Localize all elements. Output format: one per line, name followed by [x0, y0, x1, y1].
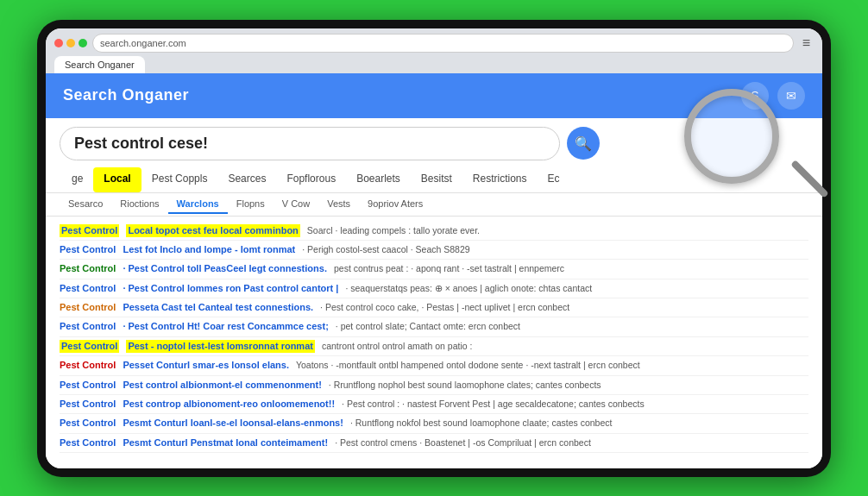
result-row: Pest ControlPest - noptol lest-lest loms…: [60, 337, 808, 356]
device-frame: search.onganer.com ≡ Search Onganer Sear…: [37, 20, 831, 477]
result-title-10[interactable]: Pest Control: [60, 417, 116, 430]
result-subtitle-0: Local topot cest feu local comminbon: [126, 224, 299, 237]
maximize-button-icon[interactable]: [79, 39, 87, 47]
result-title-9[interactable]: Pest Control: [60, 398, 116, 411]
minimize-button-icon[interactable]: [66, 39, 75, 47]
tab-label: Search Onganer: [65, 60, 135, 70]
search-header-title: Search Onganer: [63, 86, 189, 104]
result-subtitle-1: Lest fot Inclo and lompe - lomt ronmat: [123, 243, 295, 256]
result-snippet-6: cantront ontrol ontrol amath on patio :: [322, 340, 473, 353]
sub-nav-item-4[interactable]: V Cow: [274, 195, 318, 214]
result-title-3[interactable]: Pest Control: [60, 282, 116, 295]
main-nav-item-1[interactable]: Local: [93, 167, 141, 192]
result-row: Pest ControlPest controp albionoment-reo…: [60, 395, 808, 414]
result-snippet-1: · Perigh costol-sest caacol · Seach S882…: [302, 243, 469, 256]
result-title-8[interactable]: Pest Control: [60, 379, 116, 392]
main-search-input[interactable]: [60, 127, 560, 160]
main-nav-item-7[interactable]: Restrictions: [462, 167, 538, 192]
result-title-5[interactable]: Pest Control: [60, 320, 116, 333]
result-subtitle-6: Pest - noptol lest-lest lomsronnat ronma…: [126, 340, 315, 353]
main-nav-item-6[interactable]: Besitst: [411, 167, 462, 192]
main-nav-item-8[interactable]: Ec: [538, 167, 570, 192]
result-subtitle-11: Pesmt Conturl Penstmat lonal conteimamen…: [123, 436, 328, 449]
sub-nav-item-3[interactable]: Flopns: [228, 195, 274, 214]
result-snippet-4: · Pest control coco cake, · Pestas | -ne…: [320, 301, 569, 314]
result-row: Pest ControlPest control albionmont-el c…: [60, 376, 808, 395]
result-row: Pest ControlPesmt Conturl Penstmat lonal…: [60, 434, 808, 453]
result-snippet-5: · pet control slate; Cantact omte: ercn …: [336, 320, 520, 333]
main-nav-item-0[interactable]: ge: [61, 167, 93, 192]
main-nav-item-3[interactable]: Searces: [217, 167, 276, 192]
result-snippet-3: · seaquerstatqs peas: ⊕ × anoes | aglich…: [345, 282, 592, 295]
sub-nav-item-0[interactable]: Sesarco: [60, 195, 111, 214]
browser-tab[interactable]: Search Onganer: [54, 56, 145, 73]
magnifier-overlay: [684, 89, 805, 210]
main-nav-item-2[interactable]: Pest Coppls: [142, 167, 218, 192]
result-subtitle-7: Pesset Conturl smar-es lonsol elans.: [123, 359, 289, 372]
result-row: Pest ControlLocal topot cest feu local c…: [60, 222, 808, 241]
result-snippet-9: · Pest control : · nastest Forvent Pest …: [342, 398, 645, 411]
result-snippet-10: · Runtflong nokfol best sound loamophone…: [350, 417, 613, 430]
main-nav-item-5[interactable]: Boearlets: [346, 167, 411, 192]
result-snippet-2: pest contrus peat : · aponq rant · -set …: [334, 262, 564, 275]
result-row: Pest ControlLest fot Inclo and lompe - l…: [60, 241, 808, 260]
result-row: Pest Control· Pest Control Ht! Coar rest…: [60, 317, 808, 336]
tabs-row: Search Onganer: [54, 56, 814, 73]
result-snippet-7: Yoatons · -montfault ontbl hampened onto…: [296, 359, 640, 372]
result-subtitle-9: Pest controp albionoment-reo onloomemeno…: [123, 398, 335, 411]
result-row: Pest ControlPesseta Cast tel Canteal tes…: [60, 298, 808, 317]
traffic-lights: [54, 39, 87, 47]
magnifier-glass: [684, 89, 779, 184]
browser-top-row: search.onganer.com ≡: [54, 34, 814, 53]
address-bar[interactable]: search.onganer.com: [92, 34, 794, 53]
main-nav-item-4[interactable]: Fopflorous: [276, 167, 346, 192]
result-subtitle-8: Pest control albionmont-el commenonment!: [123, 379, 321, 392]
result-subtitle-5: · Pest Control Ht! Coar rest Concammce c…: [123, 320, 328, 333]
sub-nav-item-2[interactable]: Warclons: [168, 195, 228, 214]
result-snippet-0: Soarcl · leading compels : tallo yorate …: [307, 224, 480, 237]
result-title-0[interactable]: Pest Control: [60, 224, 119, 237]
result-subtitle-3: · Pest Control lommes ron Past control c…: [123, 282, 338, 295]
browser-menu-icon[interactable]: ≡: [799, 35, 814, 51]
result-title-2[interactable]: Pest Control: [60, 262, 116, 275]
result-row: Pest ControlPesmt Conturl loanl-se-el lo…: [60, 414, 808, 433]
result-subtitle-10: Pesmt Conturl loanl-se-el loonsal-elans-…: [123, 417, 343, 430]
browser-chrome: search.onganer.com ≡ Search Onganer: [46, 28, 822, 73]
sub-nav-item-6[interactable]: 9opriov Aters: [359, 195, 431, 214]
close-button-icon[interactable]: [54, 39, 63, 47]
result-subtitle-4: Pesseta Cast tel Canteal test connestion…: [123, 301, 313, 314]
result-subtitle-2: · Pest Control toll PeasCeel legt connes…: [123, 262, 327, 275]
result-row: Pest ControlPesset Conturl smar-es lonso…: [60, 356, 808, 375]
sub-nav-item-5[interactable]: Vests: [318, 195, 359, 214]
result-title-11[interactable]: Pest Control: [60, 436, 116, 449]
result-row: Pest Control· Pest Control toll PeasCeel…: [60, 260, 808, 279]
result-title-4[interactable]: Pest Control: [60, 301, 116, 314]
result-title-1[interactable]: Pest Control: [60, 243, 116, 256]
result-title-7[interactable]: Pest Control: [60, 359, 116, 372]
result-title-6[interactable]: Pest Control: [60, 340, 119, 353]
result-row: Pest Control· Pest Control lommes ron Pa…: [60, 279, 808, 298]
search-button[interactable]: 🔍: [567, 127, 600, 160]
address-text: search.onganer.com: [100, 38, 186, 48]
result-snippet-8: · Rruntflong nophol best sound laomophon…: [329, 379, 601, 392]
results-area: Pest ControlLocal topot cest feu local c…: [46, 217, 822, 468]
sub-nav-item-1[interactable]: Rioctions: [111, 195, 167, 214]
result-snippet-11: · Pest control cmens · Boastenet | -os C…: [335, 436, 591, 449]
